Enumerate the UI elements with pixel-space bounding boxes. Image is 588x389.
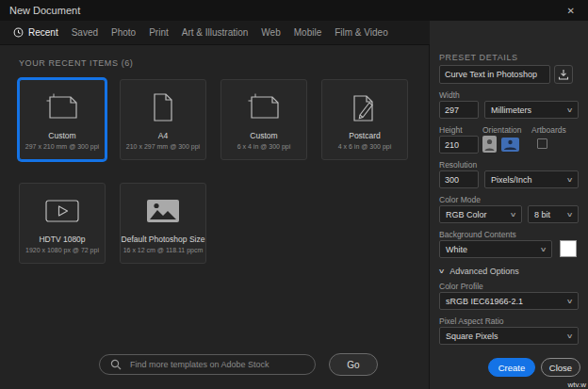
clock-icon <box>13 27 24 38</box>
color-profile-dropdown[interactable]: sRGB IEC61966-2.1 ∨ <box>439 292 579 310</box>
template-size: 297 x 210 mm @ 300 ppi <box>25 143 99 150</box>
tab-recent[interactable]: Recent <box>13 27 58 38</box>
template-name: Postcard <box>349 131 381 140</box>
chevron-down-icon: ∨ <box>566 211 574 219</box>
new-document-dialog: New Document ✕ Recent Saved Photo Print … <box>0 0 588 389</box>
template-name: Default Photoshop Size <box>122 235 205 244</box>
resolution-unit-dropdown[interactable]: Pixels/Inch ∨ <box>484 170 579 188</box>
preset-details-heading: PRESET DETAILS <box>439 53 518 62</box>
tab-film-video[interactable]: Film & Video <box>335 27 388 38</box>
template-card-postcard[interactable]: Postcard 4 x 6 in @ 300 ppi <box>321 79 408 160</box>
download-icon <box>558 69 569 80</box>
height-label: Height <box>439 125 463 135</box>
pixel-aspect-ratio-dropdown[interactable]: Square Pixels ∨ <box>439 327 579 345</box>
template-size: 210 x 297 mm @ 300 ppi <box>126 143 200 150</box>
background-contents-value: White <box>446 245 467 254</box>
close-button[interactable]: Close <box>541 358 580 377</box>
background-color-swatch[interactable] <box>560 240 577 257</box>
template-name: Custom <box>250 131 277 140</box>
orientation-landscape-button[interactable] <box>501 138 519 152</box>
recent-items-panel: YOUR RECENT ITEMS (6) Custom 297 x 210 m… <box>0 45 430 389</box>
tab-print[interactable]: Print <box>149 27 169 38</box>
tab-mobile[interactable]: Mobile <box>294 27 321 38</box>
resolution-input[interactable] <box>439 170 479 188</box>
document-title-input[interactable] <box>439 65 550 84</box>
color-mode-value: RGB Color <box>446 210 487 219</box>
window-title: New Document <box>9 5 80 16</box>
save-preset-button[interactable] <box>554 65 573 84</box>
width-unit-dropdown[interactable]: Millimeters ∨ <box>484 101 579 119</box>
template-card-default-photoshop-size[interactable]: Default Photoshop Size 16 x 12 cm @ 118.… <box>120 183 206 264</box>
tab-label: Recent <box>28 27 58 38</box>
bit-depth-value: 8 bit <box>534 210 550 219</box>
background-contents-dropdown[interactable]: White ∨ <box>439 240 552 258</box>
advanced-options-label: Advanced Options <box>449 267 519 276</box>
chevron-down-icon: ∨ <box>438 267 446 275</box>
template-card-custom-in[interactable]: Custom 6 x 4 in @ 300 ppi <box>220 79 307 160</box>
height-input[interactable] <box>439 136 479 154</box>
search-icon <box>110 359 122 370</box>
document-portrait-icon <box>151 84 175 131</box>
template-size: 1920 x 1080 px @ 72 ppi <box>25 247 99 253</box>
document-landscape-icon <box>44 84 80 131</box>
portrait-orientation-icon <box>482 136 497 153</box>
pixel-aspect-ratio-label: Pixel Aspect Ratio <box>439 316 504 326</box>
tab-photo[interactable]: Photo <box>111 27 136 38</box>
advanced-options-toggle[interactable]: ∨ Advanced Options <box>439 267 519 276</box>
background-contents-label: Background Contents <box>439 230 516 239</box>
template-size: 6 x 4 in @ 300 ppi <box>237 143 291 150</box>
image-icon <box>145 187 181 235</box>
artboards-checkbox[interactable] <box>537 138 547 149</box>
template-card-custom-landscape[interactable]: Custom 297 x 210 mm @ 300 ppi <box>19 79 106 160</box>
tab-web[interactable]: Web <box>261 27 280 38</box>
chevron-down-icon: ∨ <box>540 246 547 253</box>
bit-depth-dropdown[interactable]: 8 bit ∨ <box>528 205 579 223</box>
adobe-stock-search: Go <box>99 353 378 376</box>
color-profile-label: Color Profile <box>439 282 483 291</box>
orientation-portrait-button[interactable] <box>482 136 497 153</box>
template-card-a4[interactable]: A4 210 x 297 mm @ 300 ppi <box>120 79 206 160</box>
resolution-unit-value: Pixels/Inch <box>491 175 532 185</box>
color-profile-value: sRGB IEC61966-2.1 <box>446 297 523 306</box>
artboards-label: Artboards <box>531 125 566 135</box>
chevron-down-icon: ∨ <box>566 298 574 305</box>
template-card-hdtv[interactable]: HDTV 1080p 1920 x 1080 px @ 72 ppi <box>19 183 106 264</box>
template-size: 4 x 6 in @ 300 ppi <box>338 143 392 150</box>
recent-items-heading: YOUR RECENT ITEMS (6) <box>19 58 133 68</box>
template-name: A4 <box>158 131 168 140</box>
width-label: Width <box>439 90 460 100</box>
template-name: Custom <box>48 131 75 140</box>
template-category-tabs: Recent Saved Photo Print Art & Illustrat… <box>0 21 430 45</box>
template-name: HDTV 1080p <box>39 235 85 244</box>
width-unit-value: Millimeters <box>491 105 531 115</box>
video-play-icon <box>43 187 81 235</box>
search-input[interactable] <box>128 359 304 370</box>
window-close-icon[interactable]: ✕ <box>564 6 579 16</box>
pencil-document-icon <box>351 84 379 131</box>
resolution-label: Resolution <box>439 160 477 170</box>
color-mode-label: Color Mode <box>439 195 481 204</box>
document-landscape-icon <box>246 84 282 131</box>
create-button[interactable]: Create <box>488 358 535 377</box>
go-button[interactable]: Go <box>329 353 378 376</box>
chevron-down-icon: ∨ <box>510 211 517 219</box>
width-input[interactable] <box>439 101 479 119</box>
watermark: wtv.w <box>568 381 586 389</box>
chevron-down-icon: ∨ <box>566 332 574 340</box>
template-size: 16 x 12 cm @ 118.11 ppcm <box>123 247 204 253</box>
preset-details-panel: PRESET DETAILS Width Millimeters ∨ Heigh… <box>430 21 588 389</box>
landscape-orientation-icon <box>501 138 519 152</box>
orientation-label: Orientation <box>482 125 522 135</box>
chevron-down-icon: ∨ <box>566 176 574 184</box>
chevron-down-icon: ∨ <box>566 106 574 114</box>
search-pill[interactable] <box>99 354 316 375</box>
color-mode-dropdown[interactable]: RGB Color ∨ <box>439 205 522 223</box>
tab-art-illustration[interactable]: Art & Illustration <box>182 27 249 38</box>
pixel-aspect-ratio-value: Square Pixels <box>446 332 498 341</box>
tab-saved[interactable]: Saved <box>72 27 98 38</box>
title-bar: New Document ✕ <box>0 0 588 21</box>
